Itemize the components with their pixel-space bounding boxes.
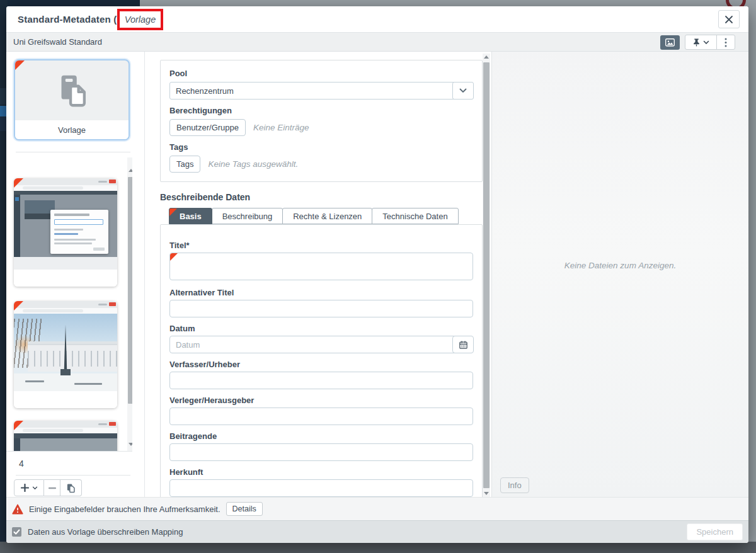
screenshot-content	[14, 438, 117, 451]
template-copy-icon	[52, 71, 91, 110]
tab-technische-daten[interactable]: Technische Daten	[372, 208, 458, 224]
annotation-highlight-box: Vorlage	[117, 9, 163, 30]
overwrite-mapping-label: Daten aus Vorlage überschreiben Mapping	[28, 527, 183, 537]
template-icon-wrap	[15, 60, 129, 121]
field-label-verfasser: Verfasser/Urheber	[169, 360, 473, 369]
remove-file-button[interactable]	[44, 479, 60, 496]
divider	[16, 152, 130, 152]
metadata-profile-name: Uni Greifswald Standard	[13, 37, 102, 47]
thumbnail-screenshot-dialog[interactable]	[14, 178, 117, 287]
descriptive-data-heading: Beschreibende Daten	[160, 192, 483, 202]
pin-split-button[interactable]	[685, 35, 717, 49]
tab-beschreibung[interactable]: Beschreibung	[212, 208, 284, 224]
thumbnail-screenshot-gallery[interactable]	[14, 421, 117, 451]
minus-icon	[49, 487, 56, 489]
file-count: 4	[19, 459, 24, 469]
thumbnail-list-scrollbar[interactable]	[127, 157, 132, 451]
pool-select[interactable]: Rechenzentrum	[169, 82, 473, 100]
pool-select-value[interactable]: Rechenzentrum	[169, 82, 473, 100]
list-actions	[14, 479, 82, 496]
preview-panel: Keine Dateien zum Anzeigen. Info	[491, 52, 748, 497]
scroll-up-icon[interactable]	[484, 55, 489, 59]
titel-input[interactable]	[169, 253, 473, 280]
verfasser-urheber-input[interactable]	[169, 372, 473, 389]
attention-corner-marker	[14, 421, 23, 430]
close-icon	[724, 14, 734, 25]
add-file-button[interactable]	[14, 479, 44, 496]
pool-select-toggle[interactable]	[452, 82, 474, 100]
preview-toggle-button[interactable]	[660, 35, 680, 50]
screen: Standard-Metadaten (DC Vorlage Uni Greif…	[0, 0, 756, 553]
scroll-down-icon[interactable]	[484, 492, 489, 495]
verleger-herausgeber-input[interactable]	[169, 408, 473, 425]
attention-corner-marker	[15, 60, 25, 70]
scroll-down-icon[interactable]	[129, 443, 132, 446]
browser-addressbar	[14, 185, 117, 191]
dialog-footer: Daten aus Vorlage überschreiben Mapping …	[6, 520, 748, 543]
tags-label: Tags	[169, 142, 473, 152]
tab-basis[interactable]: Basis	[169, 208, 212, 224]
permissions-label: Berechtigungen	[169, 106, 473, 115]
scrollbar-thumb[interactable]	[483, 62, 490, 488]
warning-icon	[12, 504, 23, 515]
more-options-button[interactable]	[717, 35, 735, 49]
field-label-datum: Datum	[169, 324, 473, 333]
herkunft-input[interactable]	[169, 479, 473, 497]
browser-addressbar	[14, 428, 117, 433]
attention-corner-marker	[169, 208, 177, 216]
chevron-down-icon	[459, 88, 467, 93]
copy-icon	[66, 483, 76, 493]
tags-empty-hint: Keine Tags ausgewählt.	[208, 159, 298, 169]
warning-message: Einige Eingabefelder brauchen Ihre Aufme…	[29, 505, 220, 514]
scrollbar-thumb[interactable]	[128, 177, 132, 404]
dialog-titlebar: Standard-Metadaten (DC Vorlage	[6, 6, 748, 33]
winter-photo	[14, 314, 117, 391]
field-label-verleger: Verleger/Herausgeber	[169, 396, 473, 405]
scroll-up-icon[interactable]	[129, 169, 132, 172]
template-card[interactable]: Vorlage	[14, 59, 130, 140]
browser-addressbar	[14, 308, 117, 314]
field-label-herkunft: Herkunft	[169, 467, 473, 477]
profile-toolbar: Uni Greifswald Standard	[6, 33, 748, 52]
divider	[16, 475, 130, 476]
browser-chrome	[14, 301, 117, 308]
preview-empty-message: Keine Dateien zum Anzeigen.	[492, 261, 748, 270]
alternativer-titel-input[interactable]	[169, 300, 473, 317]
basis-fields-panel: Titel* Alternativer Titel Datum	[160, 224, 483, 497]
attention-corner-marker	[14, 178, 23, 188]
validation-warning-bar: Einige Eingabefelder brauchen Ihre Aufme…	[6, 497, 748, 520]
field-label-titel: Titel*	[169, 241, 473, 250]
descriptive-tabs: Basis Beschreibung Rechte & Lizenzen Tec…	[169, 208, 483, 224]
add-user-group-button[interactable]: Benutzer/Gruppe	[169, 119, 246, 136]
save-button[interactable]: Speichern	[687, 523, 743, 540]
chevron-down-icon	[32, 486, 38, 490]
field-label-alternativer-titel: Alternativer Titel	[169, 288, 473, 297]
tab-rechte-lizenzen[interactable]: Rechte & Lizenzen	[282, 208, 372, 224]
attention-corner-marker	[170, 253, 178, 261]
attention-corner-marker	[14, 301, 23, 311]
details-button[interactable]: Details	[226, 502, 263, 516]
overwrite-mapping-checkbox[interactable]	[12, 527, 21, 537]
dialog-title-variant: Vorlage	[125, 14, 156, 25]
close-button[interactable]	[718, 10, 740, 28]
thumbnail-campus-winter-photo[interactable]	[14, 301, 117, 408]
metadata-dialog: Standard-Metadaten (DC Vorlage Uni Greif…	[6, 6, 748, 543]
dialog-title: Standard-Metadaten (DC	[18, 14, 130, 25]
image-icon	[665, 38, 675, 47]
datepicker-button[interactable]	[452, 336, 474, 353]
datum-input[interactable]	[169, 336, 473, 353]
pool-permissions-tags-box: Pool Rechenzentrum Berechtigungen Benutz…	[160, 60, 483, 182]
info-button[interactable]: Info	[500, 477, 529, 493]
duplicate-file-button[interactable]	[60, 479, 82, 496]
chevron-down-icon	[703, 40, 709, 45]
pin-icon	[692, 38, 701, 47]
form-scrollbar[interactable]	[483, 54, 490, 497]
file-list-sidebar: Vorlage	[6, 52, 145, 498]
beitragende-input[interactable]	[169, 443, 473, 461]
template-card-label: Vorlage	[15, 120, 129, 139]
calendar-icon	[459, 340, 468, 350]
metadata-form: Pool Rechenzentrum Berechtigungen Benutz…	[154, 52, 483, 497]
add-tags-button[interactable]: Tags	[169, 156, 200, 173]
browser-chrome	[14, 421, 117, 428]
field-label-beitragende: Beitragende	[169, 431, 473, 441]
